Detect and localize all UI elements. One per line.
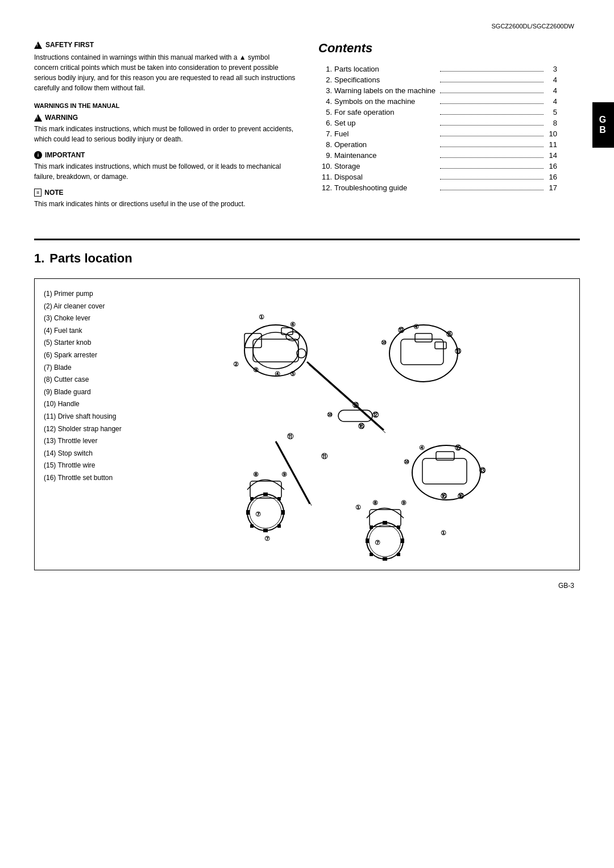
contents-item-text: Fuel — [334, 130, 438, 138]
contents-item: 2. Specifications 4 — [318, 76, 557, 84]
svg-text:①: ① — [355, 504, 361, 511]
svg-text:⑤: ⑤ — [290, 370, 296, 377]
part-list-item: (9) Blade guard — [44, 386, 152, 399]
svg-text:⑪: ⑪ — [321, 453, 328, 460]
svg-line-13 — [307, 362, 384, 430]
svg-rect-32 — [422, 458, 467, 484]
part-list-item: (3) Choke lever — [44, 312, 152, 325]
safety-first-heading: SAFETY FIRST — [34, 41, 296, 49]
contents-item: 10. Storage 16 — [318, 162, 557, 170]
diagram-svg: ② ③ ① ④ ⑤ ⑥ — [163, 288, 570, 561]
contents-page-num: 11 — [546, 140, 557, 149]
contents-item-text: Warning labels on the machine — [334, 86, 438, 95]
part-name: Throttle wire — [57, 461, 95, 469]
svg-text:④: ④ — [275, 370, 280, 377]
contents-dots — [440, 190, 544, 190]
contents-page-num: 4 — [546, 86, 557, 95]
important-label: IMPORTANT — [45, 151, 85, 159]
svg-text:⑬: ⑬ — [455, 348, 462, 354]
part-list-item: (13) Throttle lever — [44, 435, 152, 448]
contents-item-text: Disposal — [334, 173, 438, 181]
contents-item: 4. Symbols on the machine 4 — [318, 97, 557, 106]
svg-rect-61 — [370, 525, 373, 529]
warning-label: WARNING — [45, 114, 78, 122]
part-name: Blade — [54, 364, 72, 372]
part-list-item: (1) Primer pump — [44, 288, 152, 301]
warning-heading: WARNING — [34, 114, 296, 122]
contents-item: 5. For safe operation 5 — [318, 108, 557, 116]
safety-column: SAFETY FIRST Instructions contained in w… — [34, 41, 296, 216]
contents-item-num: 1. — [318, 65, 332, 73]
part-list-item: (15) Throttle wire — [44, 460, 152, 472]
contents-page-num: 4 — [546, 76, 557, 84]
safety-first-text: Instructions contained in warnings withi… — [34, 52, 296, 93]
part-name: Air cleaner cover — [53, 302, 105, 310]
page-footer: GB-3 — [34, 582, 580, 590]
svg-rect-47 — [277, 497, 281, 500]
contents-dots — [440, 179, 544, 180]
contents-item-text: For safe operation — [334, 108, 438, 116]
svg-rect-45 — [281, 510, 285, 515]
contents-item-num: 9. — [318, 151, 332, 160]
svg-text:⑮: ⑮ — [455, 444, 462, 451]
contents-page-num: 16 — [546, 173, 557, 181]
parts-diagram-box: (1) Primer pump(2) Air cleaner cover(3) … — [34, 278, 580, 570]
contents-dots — [440, 125, 544, 126]
part-name: Cutter case — [54, 375, 89, 383]
part-num: (8) — [44, 375, 52, 383]
svg-text:④: ④ — [419, 444, 425, 451]
svg-text:⑬: ⑬ — [479, 467, 486, 474]
part-name: Spark arrester — [54, 351, 97, 359]
part-name: Drive shaft housing — [58, 412, 117, 420]
part-name: Primer pump — [54, 290, 93, 298]
important-section: i IMPORTANT This mark indicates instruct… — [34, 151, 296, 182]
contents-dots — [440, 103, 544, 104]
svg-text:⑯: ⑯ — [458, 493, 464, 499]
svg-text:⑨: ⑨ — [401, 499, 406, 506]
svg-line-14 — [309, 365, 385, 433]
contents-page-num: 17 — [546, 183, 557, 192]
part-num: (9) — [44, 388, 52, 396]
svg-rect-16 — [401, 339, 443, 365]
part-name: Blade guard — [54, 388, 91, 396]
warning-text: This mark indicates instructions, which … — [34, 124, 296, 144]
contents-item-num: 4. — [318, 97, 332, 106]
svg-rect-44 — [246, 510, 250, 515]
contents-page-num: 10 — [546, 130, 557, 138]
svg-point-41 — [250, 496, 281, 528]
contents-item: 8. Operation 11 — [318, 140, 557, 149]
note-text: This mark indicates hints or directions … — [34, 199, 296, 209]
contents-item-num: 6. — [318, 119, 332, 127]
svg-text:①: ① — [441, 529, 446, 536]
contents-dots — [440, 82, 544, 82]
contents-dots — [440, 71, 544, 72]
svg-rect-17 — [415, 333, 432, 342]
svg-text:⑧: ⑧ — [253, 471, 259, 478]
contents-item-text: Operation — [334, 140, 438, 149]
parts-diagram: ② ③ ① ④ ⑤ ⑥ — [163, 288, 570, 561]
part-list-item: (2) Air cleaner cover — [44, 301, 152, 313]
svg-text:⑩: ⑩ — [404, 458, 409, 465]
warning-section: WARNING This mark indicates instructions… — [34, 114, 296, 144]
note-label: NOTE — [44, 189, 63, 197]
svg-rect-46 — [250, 497, 254, 500]
svg-point-1 — [253, 332, 298, 369]
svg-text:⑥: ⑥ — [290, 321, 296, 328]
contents-item-num: 7. — [318, 130, 332, 138]
svg-rect-48 — [250, 524, 254, 528]
contents-title: Contents — [318, 41, 557, 56]
svg-rect-57 — [383, 521, 387, 524]
warnings-manual-heading: WARNINGS IN THE MANUAL — [34, 102, 296, 109]
part-num: (15) — [44, 461, 56, 469]
page-header: SGCZ2600DL/SGCZ2600DW — [34, 23, 580, 30]
contents-dots — [440, 136, 544, 136]
svg-text:⑩: ⑩ — [327, 411, 333, 418]
important-icon: i — [34, 151, 42, 159]
contents-item-num: 2. — [318, 76, 332, 84]
svg-line-29 — [276, 441, 310, 504]
svg-text:⑦: ⑦ — [375, 539, 380, 546]
contents-item-num: 3. — [318, 86, 332, 95]
contents-item-text: Parts location — [334, 65, 438, 73]
parts-list: (1) Primer pump(2) Air cleaner cover(3) … — [44, 288, 152, 561]
contents-item-text: Maintenance — [334, 151, 438, 160]
